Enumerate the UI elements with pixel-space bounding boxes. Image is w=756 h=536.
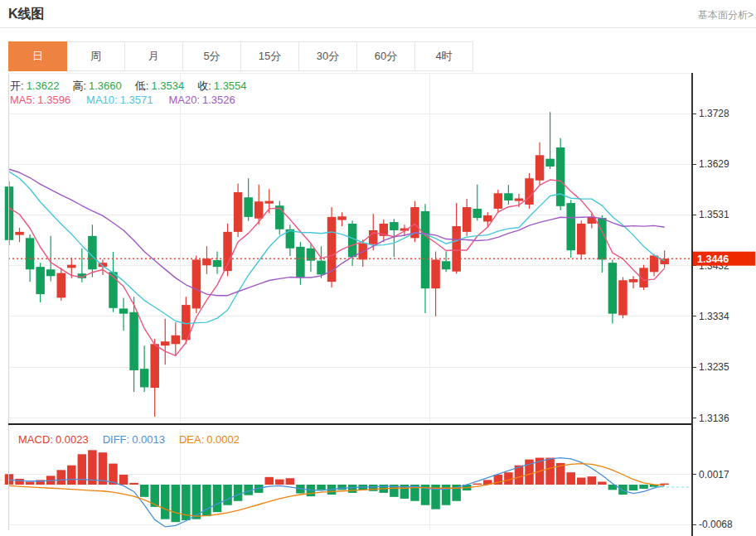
candle-body xyxy=(140,369,149,387)
candle-body xyxy=(275,205,284,229)
candle-body xyxy=(629,279,638,282)
macd-bar xyxy=(286,478,295,485)
candle-body xyxy=(67,265,76,268)
candle-body xyxy=(296,247,305,278)
y-axis-label: 1.3629 xyxy=(699,158,729,170)
macd-bar xyxy=(337,485,346,490)
candle-body xyxy=(504,193,513,200)
macd-bar xyxy=(67,466,76,485)
candle-body xyxy=(57,273,66,298)
kline-page: K线图 基本面分析> 1.37281.36291.35311.34321.333… xyxy=(0,0,756,536)
macd-bar xyxy=(5,474,14,485)
candle-body xyxy=(172,336,181,345)
macd-bar xyxy=(275,480,284,485)
macd-bar xyxy=(99,452,108,485)
legend-ohlc-item-1: 高:1.3660 xyxy=(72,79,121,94)
legend-ma-item-1: MA10:1.3571 xyxy=(86,94,153,106)
macd-bar xyxy=(504,472,513,485)
macd-bar xyxy=(545,458,555,485)
candle-body xyxy=(536,155,545,180)
macd-bar xyxy=(26,481,34,485)
legend-macd-item-0: MACD:0.0023 xyxy=(18,433,89,446)
macd-bar xyxy=(57,470,66,485)
legend-ma-item-2: MA20:1.3526 xyxy=(168,94,235,106)
y-axis-label: 1.3235 xyxy=(699,361,729,373)
candle-body xyxy=(265,201,274,204)
y-axis-label: 1.3531 xyxy=(699,209,729,220)
candle-body xyxy=(608,263,618,313)
macd-bar xyxy=(15,479,24,485)
candle-body xyxy=(254,201,264,218)
ohlc-legend: 开:1.3622高:1.3660低:1.3534收:1.3554 xyxy=(10,79,247,94)
macd-bar xyxy=(192,485,201,519)
tab-period-3[interactable]: 5分 xyxy=(182,41,241,71)
candle-body xyxy=(5,186,14,240)
candle-body xyxy=(442,261,451,269)
macd-bar xyxy=(172,485,181,522)
legend-macd-item-2: DEA:0.0002 xyxy=(179,433,240,446)
macd-bar xyxy=(234,485,243,501)
candle-body xyxy=(46,269,55,276)
candle-body xyxy=(234,192,243,232)
candle-body xyxy=(618,280,628,315)
macd-bar xyxy=(119,475,128,485)
current-price-badge-label: 1.3446 xyxy=(697,254,729,265)
macd-bar xyxy=(140,485,149,497)
macd-bar xyxy=(577,478,586,485)
candle-body xyxy=(473,209,482,218)
candle-body xyxy=(650,255,659,272)
candle-body xyxy=(192,259,201,308)
candle-body xyxy=(421,211,430,288)
y-axis-label: 1.3728 xyxy=(699,108,729,119)
candle-body xyxy=(566,203,575,250)
macd-axis-label: -0.0068 xyxy=(699,519,733,530)
candle-body xyxy=(545,159,555,167)
y-axis-label: 1.3334 xyxy=(699,311,729,322)
macd-bar xyxy=(265,477,274,485)
macd-bar xyxy=(618,485,628,495)
macd-bar xyxy=(598,481,607,485)
candle-body xyxy=(119,308,128,313)
candle-body xyxy=(15,232,24,235)
candle-body xyxy=(452,226,461,272)
tab-period-5[interactable]: 30分 xyxy=(298,41,357,71)
macd-bar xyxy=(161,485,170,519)
macd-bar xyxy=(629,485,638,490)
candle-body xyxy=(161,341,170,345)
dea-line xyxy=(9,464,665,517)
macd-bar xyxy=(588,476,597,485)
macd-axis-label: 0.0017 xyxy=(699,469,729,480)
macd-bar xyxy=(369,485,378,491)
candle-body xyxy=(515,198,524,200)
candle-body xyxy=(213,260,222,267)
candle-body xyxy=(150,344,159,388)
diff-line xyxy=(9,458,665,527)
candle-body xyxy=(337,216,346,220)
candle-body xyxy=(525,178,534,205)
candle-body xyxy=(26,238,34,269)
legend-ohlc-item-0: 开:1.3622 xyxy=(10,79,59,94)
period-tab-bar: 日周月5分15分30分60分4时 xyxy=(8,41,473,71)
macd-bar xyxy=(213,485,222,512)
macd-legend: MACD:0.0023DIFF:0.0013DEA:0.0002 xyxy=(18,433,240,446)
tab-period-6[interactable]: 60分 xyxy=(356,41,415,71)
tab-period-2[interactable]: 月 xyxy=(124,41,183,71)
tab-period-4[interactable]: 15分 xyxy=(240,41,299,71)
macd-bar xyxy=(566,472,575,485)
legend-ma-item-0: MA5:1.3596 xyxy=(10,94,70,106)
candle-body xyxy=(556,147,565,206)
legend-macd-item-1: DIFF:0.0013 xyxy=(103,433,165,446)
ma-legend: MA5:1.3596MA10:1.3571MA20:1.3526 xyxy=(10,94,235,106)
ma20-line xyxy=(9,169,665,295)
candle-body xyxy=(483,215,492,221)
tab-period-0[interactable]: 日 xyxy=(8,41,67,71)
tab-period-7[interactable]: 4时 xyxy=(414,41,473,71)
candle-body xyxy=(202,258,211,265)
macd-bar xyxy=(348,485,357,493)
candle-body xyxy=(390,222,399,230)
tab-period-1[interactable]: 周 xyxy=(66,41,125,71)
legend-ohlc-item-2: 低:1.3534 xyxy=(135,79,184,94)
macd-bar xyxy=(639,485,648,489)
candle-body xyxy=(36,267,45,294)
macd-bar xyxy=(473,484,482,485)
